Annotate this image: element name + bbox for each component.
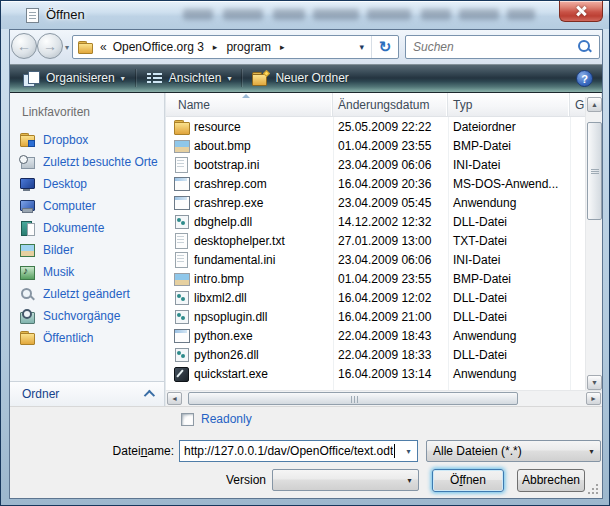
back-button[interactable] [11,33,37,59]
history-dropdown-icon[interactable] [65,43,69,52]
filename-dropdown-icon[interactable] [400,447,417,456]
file-date: 25.05.2009 22:22 [333,117,448,136]
sidebar-item-desktop[interactable]: Desktop [10,173,164,195]
horizontal-scroll-thumb[interactable] [188,392,518,405]
file-name: crashrep.exe [194,196,263,210]
breadcrumb-arrow-icon[interactable] [206,42,225,52]
open-button[interactable]: Öffnen [432,469,504,492]
file-row[interactable]: npsoplugin.dll16.04.2009 21:00DLL-Datei [166,307,585,326]
sidebar-item-pictures[interactable]: Bilder [10,239,164,261]
sidebar-item-dropbox[interactable]: Dropbox [10,129,164,151]
views-button[interactable]: Ansichten [139,66,239,90]
file-row[interactable]: bootstrap.ini23.04.2009 06:06INI-Datei [166,155,585,174]
dll-icon [173,347,189,362]
sidebar-item-recent-places[interactable]: Zuletzt besuchte Orte [10,151,164,173]
folders-label: Ordner [22,387,59,401]
file-row[interactable]: quickstart.exe16.04.2009 13:14Anwendung [166,364,585,383]
sidebar-item-computer[interactable]: Computer [10,195,164,217]
vertical-scroll-thumb[interactable] [587,122,602,220]
organize-button[interactable]: Organisieren [16,66,132,90]
app-icon [173,328,189,343]
music-icon [19,265,35,279]
file-type: DLL-Datei [448,307,570,326]
computer-icon [19,199,35,213]
scroll-up-icon[interactable]: ▲ [587,97,602,112]
forward-button[interactable] [37,33,63,59]
cancel-button[interactable]: Abbrechen [517,469,585,492]
close-button[interactable] [559,1,603,22]
dialog-icon [26,8,39,23]
scroll-down-icon[interactable]: ▼ [587,375,602,390]
file-row[interactable]: intro.bmp01.04.2009 23:55BMP-Datei [166,269,585,288]
column-header-label: G [575,98,584,112]
readonly-checkbox[interactable] [181,413,194,426]
filename-input[interactable]: http://127.0.0.1/dav/OpenOffice/text.odt [179,440,418,462]
file-date: 01.04.2009 23:55 [333,269,448,288]
horizontal-scrollbar[interactable]: ◄ ► [166,390,602,406]
address-dropdown-icon[interactable] [352,42,371,52]
filetype-dropdown-icon [583,447,600,456]
file-type: DLL-Datei [448,345,570,364]
scroll-right-icon[interactable]: ► [586,392,601,405]
title-bar[interactable]: Öffnen [1,1,609,29]
file-row[interactable]: dbghelp.dll14.12.2002 12:32DLL-Datei [166,212,585,231]
background-window-ghost [367,9,411,20]
text-icon [173,252,189,267]
file-name: libxml2.dll [194,291,247,305]
sidebar-item-music[interactable]: Musik [10,261,164,283]
file-name: intro.bmp [194,272,244,286]
file-type: DLL-Datei [448,212,570,231]
file-size [570,269,585,288]
file-name-cell: python26.dll [166,345,333,364]
file-size [570,117,585,136]
scroll-left-icon[interactable]: ◄ [167,392,182,405]
file-name-cell: python.exe [166,326,333,345]
help-button[interactable]: ? [576,70,593,87]
dropbox-box-icon [28,140,35,147]
file-row[interactable]: resource25.05.2009 22:22Dateiordner [166,117,585,136]
searches-icon [19,309,35,323]
text-icon [173,233,189,248]
sidebar-item-documents[interactable]: Dokumente [10,217,164,239]
search-box [405,35,600,59]
background-window-ghost [421,9,451,20]
breadcrumb-arrow-icon[interactable] [273,42,292,52]
file-row[interactable]: libxml2.dll16.04.2009 12:02DLL-Datei [166,288,585,307]
folder-icon [173,119,189,134]
file-row[interactable]: crashrep.exe23.04.2009 05:45Anwendung [166,193,585,212]
filetype-select[interactable]: Alle Dateien (*.*) [426,440,601,462]
new-folder-button[interactable]: Neuer Ordner [245,66,355,90]
version-select[interactable] [272,469,419,491]
file-row[interactable]: python26.dll22.04.2009 18:33DLL-Datei [166,345,585,364]
column-header-name[interactable]: Name [166,93,333,116]
search-input[interactable] [406,40,577,54]
sidebar-item-recently-changed[interactable]: Zuletzt geändert [10,283,164,305]
search-icon[interactable] [577,39,593,55]
file-row[interactable]: fundamental.ini23.04.2009 06:06INI-Datei [166,250,585,269]
resize-grip[interactable] [588,484,598,494]
folders-expander[interactable]: Ordner [10,381,164,406]
file-size [570,250,585,269]
file-row[interactable]: desktophelper.txt27.01.2009 13:00TXT-Dat… [166,231,585,250]
sidebar-item-searches[interactable]: Suchvorgänge [10,305,164,327]
sidebar-item-public[interactable]: Öffentlich [10,327,164,349]
file-name: fundamental.ini [194,253,275,267]
vertical-scrollbar[interactable]: ▲ ▼ [585,97,602,390]
organize-icon [23,71,40,86]
address-bar[interactable]: « OpenOffice.org 3program [72,35,399,59]
file-row[interactable]: python.exe22.04.2009 18:43Anwendung [166,326,585,345]
column-header-typ[interactable]: Typ [448,93,570,116]
breadcrumb-overflow-chevron[interactable]: « [100,40,107,54]
file-name: bootstrap.ini [194,158,259,172]
refresh-icon[interactable] [372,38,398,56]
version-label: Version [10,473,266,487]
column-header-nderungsdatum[interactable]: Änderungsdatum [333,93,448,116]
new-folder-icon [252,71,269,86]
dialog-title: Öffnen [46,7,85,22]
file-row[interactable]: about.bmp01.04.2009 23:55BMP-Datei [166,136,585,155]
file-row[interactable]: crashrep.com16.04.2009 20:36MS-DOS-Anwen… [166,174,585,193]
chevron-up-icon [144,390,155,401]
breadcrumb-item-2[interactable]: program [224,40,273,54]
file-name: python.exe [194,329,253,343]
breadcrumb-item-1[interactable]: OpenOffice.org 3 [111,40,206,54]
